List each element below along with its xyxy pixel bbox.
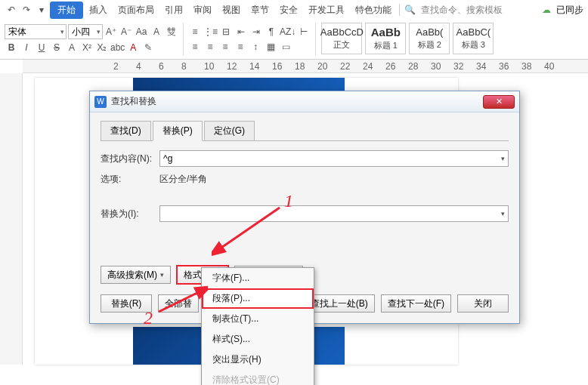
- bullets-button[interactable]: ≡: [188, 25, 202, 38]
- text-color-button[interactable]: A: [126, 41, 140, 54]
- style-heading3[interactable]: AaBbC(标题 3: [453, 23, 494, 54]
- font-size-value: 小四: [72, 26, 90, 38]
- ruler-mark: 36: [499, 61, 509, 72]
- ruler-mark: 24: [363, 61, 373, 72]
- ruler-mark: 4: [136, 61, 141, 72]
- menu-item-tabs[interactable]: 制表位(T)...: [202, 309, 314, 329]
- clear-format-button[interactable]: A: [150, 25, 163, 38]
- tab-security[interactable]: 安全: [275, 2, 302, 19]
- align-justify-button[interactable]: ≡: [234, 40, 247, 54]
- highlight-button[interactable]: ✎: [141, 41, 155, 54]
- ruler-mark: 38: [521, 61, 531, 72]
- find-content-label: 查找内容(N):: [101, 152, 159, 165]
- ruler-mark: 26: [385, 61, 395, 72]
- tab-insert[interactable]: 插入: [85, 2, 112, 19]
- align-left-button[interactable]: ≡: [188, 40, 202, 54]
- ruler-mark: 30: [431, 61, 441, 72]
- vertical-ruler[interactable]: [0, 73, 23, 365]
- tab-chapter[interactable]: 章节: [246, 2, 274, 19]
- phonetic-button[interactable]: 雙: [165, 25, 178, 38]
- underline-button[interactable]: U: [35, 41, 48, 54]
- options-value: 区分全/半角: [159, 173, 509, 186]
- tab-pagelayout[interactable]: 页面布局: [113, 2, 159, 19]
- line-spacing-button[interactable]: ↕: [249, 40, 262, 54]
- align-right-button[interactable]: ≡: [218, 40, 232, 54]
- menu-item-font[interactable]: 字体(F)...: [202, 268, 314, 288]
- dialog-title: 查找和替换: [111, 95, 156, 108]
- font-size-select[interactable]: 小四: [68, 24, 103, 39]
- abc-button[interactable]: abc: [110, 41, 125, 54]
- font-increase-button[interactable]: A⁺: [104, 25, 118, 38]
- style-heading2[interactable]: AaBb(标题 2: [409, 23, 450, 54]
- replace-all-button[interactable]: 全部替: [158, 294, 199, 313]
- tab-find[interactable]: 查找(D): [101, 121, 151, 141]
- ruler-mark: 34: [476, 61, 486, 72]
- subscript-button[interactable]: X₂: [95, 41, 109, 54]
- indent-increase-button[interactable]: ⇥: [249, 25, 263, 38]
- sync-status: 已同步: [556, 4, 583, 17]
- ruler-mark: 6: [159, 61, 164, 72]
- sync-icon: ☁: [540, 3, 553, 17]
- tab-view[interactable]: 视图: [218, 2, 245, 19]
- replace-button[interactable]: 替换(R): [101, 294, 152, 313]
- style-heading1[interactable]: AaBb标题 1: [365, 23, 406, 54]
- menu-item-highlight[interactable]: 突出显示(H): [202, 350, 314, 370]
- font-name-value: 宋体: [8, 26, 26, 38]
- strike-button[interactable]: S: [50, 41, 63, 54]
- format-dropdown-menu: 字体(F)... 段落(P)... 制表位(T)... 样式(S)... 突出显…: [201, 267, 314, 385]
- align-center-button[interactable]: ≡: [203, 40, 217, 54]
- replace-with-input[interactable]: [159, 205, 509, 222]
- dialog-titlebar[interactable]: W 查找和替换 ✕: [90, 91, 519, 112]
- bold-button[interactable]: B: [5, 41, 18, 54]
- ruler-mark: 32: [453, 61, 463, 72]
- app-icon: W: [94, 96, 107, 108]
- dialog-tabs: 查找(D) 替换(P) 定位(G): [101, 120, 509, 141]
- search-hint[interactable]: 查找命令、搜索模板: [421, 4, 503, 17]
- group-separator: [183, 23, 184, 56]
- ruler-mark: 8: [181, 61, 187, 72]
- tabstop-button[interactable]: ⊢: [297, 25, 311, 38]
- numbering-button[interactable]: ⋮≡: [203, 25, 218, 38]
- tab-reference[interactable]: 引用: [160, 2, 187, 19]
- multilevel-button[interactable]: ⊟: [219, 25, 233, 38]
- sort-button[interactable]: AZ↓: [280, 25, 296, 38]
- dialog-close-button[interactable]: 关闭: [457, 294, 509, 313]
- font-name-select[interactable]: 宋体: [5, 24, 67, 39]
- redo-button[interactable]: ↷: [20, 3, 33, 17]
- find-next-button[interactable]: 查找下一处(F): [381, 294, 451, 313]
- find-content-value: ^g: [163, 153, 172, 164]
- search-icon[interactable]: 🔍: [403, 3, 416, 17]
- tab-goto[interactable]: 定位(G): [204, 121, 255, 141]
- separator: [399, 4, 400, 16]
- border-button[interactable]: ▭: [279, 40, 292, 54]
- horizontal-ruler[interactable]: 246810121416182022242628303234363840: [23, 60, 588, 73]
- indent-decrease-button[interactable]: ⇤: [234, 25, 248, 38]
- group-separator: [315, 23, 316, 56]
- font-decrease-button[interactable]: A⁻: [119, 25, 133, 38]
- ruler-mark: 18: [295, 61, 305, 72]
- undo-button[interactable]: ↶: [5, 3, 18, 17]
- show-marks-button[interactable]: ¶: [265, 25, 278, 38]
- close-button[interactable]: ✕: [483, 95, 515, 109]
- tab-start[interactable]: 开始: [50, 2, 83, 19]
- advanced-search-button[interactable]: 高级搜索(M): [101, 266, 171, 284]
- change-case-button[interactable]: Aa: [135, 25, 148, 38]
- tab-review[interactable]: 审阅: [189, 2, 216, 19]
- italic-button[interactable]: I: [20, 41, 33, 54]
- ruler-mark: 14: [249, 61, 259, 72]
- tab-special[interactable]: 特色功能: [351, 2, 396, 19]
- options-label: 选项:: [101, 173, 159, 186]
- tab-devtools[interactable]: 开发工具: [304, 2, 349, 19]
- shading-button[interactable]: ▦: [264, 40, 277, 54]
- ruler-mark: 22: [340, 61, 350, 72]
- menu-item-style[interactable]: 样式(S)...: [202, 329, 314, 350]
- ruler-mark: 10: [204, 61, 214, 72]
- font-color-button[interactable]: A: [65, 41, 79, 54]
- ruler-mark: 20: [317, 61, 327, 72]
- tab-replace[interactable]: 替换(P): [153, 121, 203, 141]
- dropdown-icon[interactable]: ▾: [35, 3, 48, 17]
- superscript-button[interactable]: X²: [80, 41, 94, 54]
- menu-item-paragraph[interactable]: 段落(P)...: [202, 288, 314, 309]
- find-content-input[interactable]: ^g: [159, 150, 509, 167]
- style-normal[interactable]: AaBbCcD正文: [321, 23, 362, 54]
